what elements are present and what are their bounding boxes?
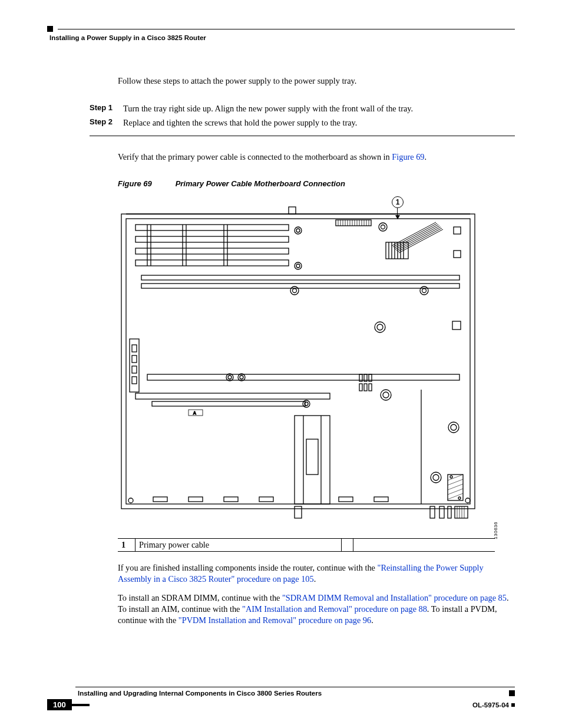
svg-rect-52 bbox=[141, 284, 459, 288]
svg-point-34 bbox=[381, 225, 385, 229]
svg-rect-68 bbox=[132, 355, 137, 363]
svg-line-93 bbox=[448, 489, 463, 495]
svg-rect-71 bbox=[147, 374, 459, 380]
svg-line-41 bbox=[399, 229, 443, 253]
p2-text-a: To install an SDRAM DIMM, continue with … bbox=[118, 593, 282, 602]
svg-line-38 bbox=[395, 226, 439, 249]
figure-number: Figure 69 bbox=[118, 179, 173, 188]
step-text: Replace and tighten the screws that hold… bbox=[123, 117, 357, 129]
svg-rect-79 bbox=[152, 401, 305, 406]
svg-point-117 bbox=[465, 498, 470, 503]
svg-rect-69 bbox=[132, 366, 137, 373]
svg-point-77 bbox=[383, 392, 389, 398]
svg-point-72 bbox=[226, 374, 233, 381]
aim-link[interactable]: "AIM Installation and Removal" procedure… bbox=[242, 604, 427, 614]
svg-point-74 bbox=[238, 374, 245, 381]
svg-rect-102 bbox=[189, 497, 203, 502]
key-text: Primary power cable bbox=[135, 539, 342, 551]
svg-rect-110 bbox=[448, 506, 451, 518]
svg-rect-105 bbox=[339, 497, 353, 502]
svg-point-95 bbox=[450, 476, 452, 478]
doc-id: OL-5975-04 bbox=[472, 701, 509, 709]
motherboard-diagram-icon: A bbox=[118, 203, 483, 522]
svg-rect-49 bbox=[454, 227, 461, 234]
svg-rect-63 bbox=[359, 384, 362, 391]
svg-rect-104 bbox=[259, 497, 273, 502]
svg-rect-1 bbox=[126, 219, 470, 504]
svg-rect-108 bbox=[430, 506, 435, 518]
sdram-link[interactable]: "SDRAM DIMM Removal and Installation" pr… bbox=[282, 593, 507, 602]
step-label: Step 1 bbox=[90, 103, 113, 114]
footer-endcap-icon bbox=[511, 703, 515, 707]
svg-line-36 bbox=[393, 223, 437, 247]
footer-rule bbox=[75, 687, 515, 687]
svg-rect-51 bbox=[141, 275, 459, 280]
svg-point-33 bbox=[379, 223, 387, 231]
figure-id: 130636 bbox=[493, 522, 498, 539]
continue-paragraph-2: To install an SDRAM DIMM, continue with … bbox=[118, 592, 515, 627]
svg-point-86 bbox=[451, 424, 457, 430]
svg-point-58 bbox=[377, 324, 383, 330]
svg-rect-65 bbox=[369, 384, 372, 391]
svg-rect-6 bbox=[135, 248, 289, 254]
svg-line-40 bbox=[398, 228, 442, 252]
svg-rect-101 bbox=[153, 497, 167, 502]
figure-key-table: 1 Primary power cable bbox=[118, 538, 495, 552]
svg-rect-78 bbox=[135, 393, 330, 399]
key-spacer bbox=[353, 539, 495, 551]
svg-point-16 bbox=[295, 262, 302, 269]
step-row: Step 1 Turn the tray right side up. Alig… bbox=[90, 103, 515, 114]
svg-point-73 bbox=[228, 375, 232, 379]
svg-rect-67 bbox=[132, 345, 137, 352]
footer-bar-icon bbox=[509, 690, 515, 696]
svg-point-17 bbox=[296, 264, 300, 268]
table-row: 1 Primary power cable bbox=[118, 539, 495, 551]
footer-book-title: Installing and Upgrading Internal Compon… bbox=[78, 690, 322, 697]
svg-point-87 bbox=[431, 472, 441, 483]
svg-rect-111 bbox=[455, 506, 468, 518]
p1-text-a: If you are finished installing component… bbox=[118, 563, 378, 572]
svg-rect-106 bbox=[374, 497, 388, 502]
p2-text-d: . bbox=[371, 615, 373, 625]
header-rule bbox=[58, 29, 515, 29]
svg-line-92 bbox=[448, 484, 463, 490]
step-separator bbox=[90, 136, 515, 136]
header-bar-icon bbox=[47, 26, 53, 32]
svg-rect-4 bbox=[135, 225, 289, 230]
svg-point-57 bbox=[375, 322, 385, 332]
figure-caption: Figure 69 Primary Power Cable Motherboar… bbox=[118, 179, 515, 188]
figure-title: Primary Power Cable Motherboard Connecti… bbox=[176, 179, 345, 188]
svg-rect-97 bbox=[295, 416, 330, 504]
svg-rect-5 bbox=[135, 236, 289, 242]
pvdm-link[interactable]: "PVDM Installation and Removal" procedur… bbox=[178, 615, 371, 625]
svg-point-82 bbox=[303, 400, 310, 407]
svg-rect-18 bbox=[336, 220, 371, 226]
svg-point-53 bbox=[290, 286, 299, 295]
svg-point-55 bbox=[420, 286, 428, 295]
figure-69: 1 bbox=[118, 196, 490, 522]
page-number: 100 bbox=[47, 699, 72, 710]
svg-rect-64 bbox=[364, 384, 367, 391]
page-number-tail-icon bbox=[72, 704, 90, 706]
step-label: Step 2 bbox=[90, 117, 113, 129]
verify-text-post: . bbox=[425, 152, 427, 162]
figure-xref-link[interactable]: Figure 69 bbox=[392, 152, 424, 162]
svg-rect-89 bbox=[448, 475, 463, 500]
svg-rect-7 bbox=[135, 260, 289, 266]
svg-line-91 bbox=[448, 479, 463, 485]
svg-rect-59 bbox=[452, 321, 461, 330]
key-number: 1 bbox=[118, 539, 135, 551]
verify-paragraph: Verify that the primary power cable is c… bbox=[118, 151, 515, 163]
svg-point-14 bbox=[295, 227, 302, 234]
verify-text-pre: Verify that the primary power cable is c… bbox=[118, 152, 392, 162]
step-text: Turn the tray right side up. Align the n… bbox=[123, 103, 413, 114]
svg-line-39 bbox=[396, 227, 441, 251]
p1-text-b: . bbox=[314, 574, 316, 584]
svg-rect-70 bbox=[132, 377, 137, 384]
key-spacer bbox=[342, 539, 353, 551]
svg-point-75 bbox=[240, 375, 243, 379]
header-section-title: Installing a Power Supply in a Cisco 382… bbox=[49, 34, 515, 41]
step-row: Step 2 Replace and tighten the screws th… bbox=[90, 117, 515, 129]
svg-rect-50 bbox=[454, 251, 461, 258]
svg-point-96 bbox=[458, 497, 461, 499]
